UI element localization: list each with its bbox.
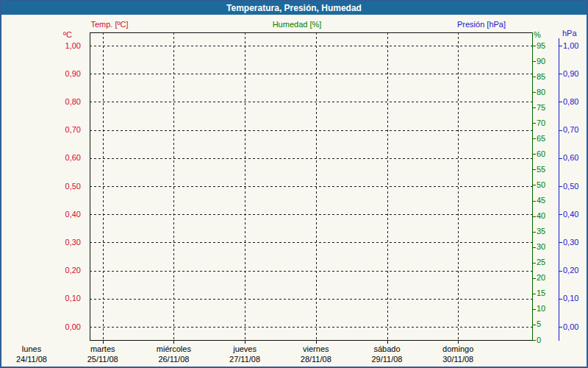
humidity-tick-label: 55 bbox=[537, 165, 545, 174]
temperature-axis-unit: ºC bbox=[44, 30, 72, 40]
humidity-tick-label: 95 bbox=[537, 41, 545, 51]
humidity-tick bbox=[532, 247, 536, 248]
temperature-tick-label: 0,00 bbox=[31, 322, 81, 332]
humidity-tick-label: 20 bbox=[537, 273, 545, 283]
legend-pressure: Presión [hPa] bbox=[430, 19, 533, 29]
plot-top-border bbox=[90, 32, 532, 33]
humidity-tick bbox=[532, 185, 536, 185]
pressure-tick-label: 0,50 bbox=[563, 182, 578, 191]
pressure-tick bbox=[559, 271, 562, 272]
humidity-tick bbox=[532, 107, 536, 108]
temperature-tick-label: 0,10 bbox=[31, 294, 81, 303]
humidity-tick bbox=[532, 278, 536, 279]
day-name-label: martes bbox=[70, 344, 136, 354]
humidity-tick-label: 15 bbox=[537, 289, 545, 298]
gridline-horizontal bbox=[90, 186, 532, 187]
humidity-tick bbox=[532, 309, 536, 310]
humidity-tick-label: 70 bbox=[537, 118, 545, 128]
temperature-tick-label: 0,60 bbox=[31, 153, 81, 163]
gridline-vertical bbox=[387, 32, 388, 340]
humidity-tick bbox=[532, 294, 536, 294]
pressure-tick bbox=[559, 130, 562, 131]
humidity-tick-label: 65 bbox=[537, 134, 545, 144]
pressure-tick-label: 0,60 bbox=[563, 153, 578, 163]
gridline-horizontal bbox=[90, 130, 532, 131]
humidity-tick-label: 60 bbox=[537, 149, 545, 159]
day-tick bbox=[103, 341, 104, 344]
day-date-label: 29/11/08 bbox=[354, 355, 420, 364]
day-date-label: 24/11/08 bbox=[0, 355, 65, 364]
temperature-tick-label: 0,80 bbox=[31, 97, 81, 107]
temperature-tick-label: 0,20 bbox=[31, 266, 81, 275]
gridline-horizontal bbox=[90, 158, 532, 159]
gridline-vertical bbox=[103, 32, 104, 340]
temperature-tick-label: 0,40 bbox=[31, 210, 81, 219]
pressure-tick bbox=[559, 102, 562, 102]
humidity-tick bbox=[532, 201, 536, 202]
day-date-label: 26/11/08 bbox=[140, 355, 207, 364]
humidity-tick-label: 40 bbox=[537, 211, 545, 221]
pressure-tick bbox=[559, 186, 562, 187]
humidity-tick bbox=[532, 216, 536, 217]
pressure-axis-line bbox=[559, 38, 559, 341]
humidity-tick-label: 5 bbox=[537, 319, 541, 329]
gridline-horizontal bbox=[90, 271, 532, 272]
pressure-tick-label: 0,00 bbox=[563, 322, 578, 332]
humidity-tick bbox=[532, 123, 536, 124]
plot-bottom-border bbox=[90, 340, 532, 341]
pressure-tick-label: 0,90 bbox=[563, 69, 578, 79]
pressure-tick bbox=[559, 74, 562, 74]
gridline-vertical bbox=[173, 32, 174, 340]
humidity-tick bbox=[532, 263, 536, 263]
pressure-tick bbox=[559, 46, 562, 46]
humidity-tick-label: 10 bbox=[537, 304, 545, 314]
humidity-tick bbox=[532, 77, 536, 77]
gridline-horizontal bbox=[90, 299, 532, 300]
humidity-tick-label: 80 bbox=[537, 88, 545, 97]
pressure-tick-label: 0,70 bbox=[563, 125, 578, 135]
day-date-label: 28/11/08 bbox=[283, 355, 349, 364]
humidity-tick bbox=[532, 232, 536, 233]
humidity-tick-label: 35 bbox=[537, 227, 545, 236]
day-tick bbox=[458, 341, 459, 344]
gridline-horizontal bbox=[90, 327, 532, 328]
humidity-tick-label: 0 bbox=[537, 336, 541, 345]
pressure-tick-label: 0,30 bbox=[563, 238, 578, 247]
temperature-tick-label: 0,90 bbox=[31, 69, 81, 79]
humidity-tick bbox=[532, 92, 536, 93]
humidity-tick-label: 75 bbox=[537, 103, 545, 113]
humidity-tick bbox=[532, 61, 536, 62]
humidity-tick bbox=[532, 46, 536, 46]
pressure-tick bbox=[559, 299, 562, 300]
chart-window: Temperatura, Presión, Humedad Temp. [ºC]… bbox=[0, 0, 588, 368]
pressure-axis-unit: hPa bbox=[562, 29, 577, 38]
day-tick bbox=[387, 341, 388, 344]
humidity-tick bbox=[532, 154, 536, 155]
humidity-tick-label: 45 bbox=[537, 196, 545, 205]
gridline-vertical bbox=[458, 32, 459, 340]
day-name-label: viernes bbox=[283, 344, 349, 354]
humidity-tick-label: 50 bbox=[537, 180, 545, 190]
legend-humidity: Humedad [%] bbox=[245, 19, 348, 29]
temperature-tick-label: 0,30 bbox=[31, 238, 81, 247]
humidity-tick-label: 25 bbox=[537, 258, 545, 267]
gridline-horizontal bbox=[90, 242, 532, 243]
humidity-tick-label: 85 bbox=[537, 72, 545, 82]
legend-temperature: Temp. [ºC] bbox=[58, 19, 161, 29]
pressure-tick-label: 1,00 bbox=[563, 41, 578, 51]
day-name-label: lunes bbox=[0, 344, 65, 354]
humidity-axis-unit: % bbox=[534, 30, 541, 40]
pressure-tick bbox=[559, 158, 562, 159]
day-name-label: domingo bbox=[425, 344, 491, 354]
humidity-tick-label: 30 bbox=[537, 242, 545, 252]
humidity-tick bbox=[532, 138, 536, 139]
temperature-tick-label: 0,70 bbox=[31, 125, 81, 135]
gridline-vertical bbox=[316, 32, 317, 340]
day-tick bbox=[173, 341, 174, 344]
gridline-horizontal bbox=[90, 214, 532, 215]
pressure-tick bbox=[559, 327, 562, 328]
gridline-horizontal bbox=[90, 102, 532, 102]
humidity-tick bbox=[532, 325, 536, 325]
pressure-tick-label: 0,10 bbox=[563, 294, 578, 303]
gridline-horizontal bbox=[90, 46, 532, 46]
